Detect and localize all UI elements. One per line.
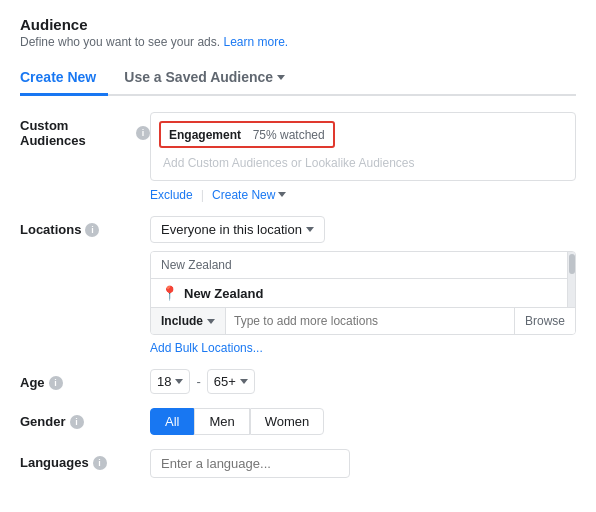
gender-row: Gender i All Men Women — [20, 408, 576, 435]
locations-content: New Zealand 📍 New Zealand — [151, 252, 567, 307]
scrollbar-track[interactable] — [567, 252, 575, 307]
language-input[interactable] — [150, 449, 350, 478]
audience-tag-subtitle: 75% watched — [245, 128, 325, 142]
gender-all-btn[interactable]: All — [150, 408, 194, 435]
tab-use-saved[interactable]: Use a Saved Audience — [124, 61, 297, 96]
languages-field — [150, 449, 576, 478]
age-dash: - — [196, 374, 200, 389]
audience-header: Audience Define who you want to see your… — [20, 16, 576, 49]
browse-btn[interactable]: Browse — [514, 308, 575, 334]
locations-row: Locations i Everyone in this location Ne… — [20, 216, 576, 355]
gender-label: Gender i — [20, 408, 150, 429]
age-min-select[interactable]: 18 — [150, 369, 190, 394]
locations-label: Locations i — [20, 216, 150, 237]
tab-create-new[interactable]: Create New — [20, 61, 108, 96]
gender-men-btn[interactable]: Men — [194, 408, 249, 435]
age-max-value: 65+ — [214, 374, 236, 389]
create-new-chevron-icon — [278, 192, 286, 197]
age-label-text: Age — [20, 375, 45, 390]
age-controls: 18 - 65+ — [150, 369, 576, 394]
location-type-input[interactable] — [226, 308, 514, 334]
include-btn[interactable]: Include — [151, 308, 226, 334]
locations-info-icon[interactable]: i — [85, 223, 99, 237]
languages-label: Languages i — [20, 449, 150, 470]
gender-info-icon[interactable]: i — [70, 415, 84, 429]
custom-audiences-label: Custom Audiences i — [20, 112, 150, 148]
audience-tag-title: Engagement — [169, 128, 241, 142]
include-chevron-icon — [207, 319, 215, 324]
locations-label-text: Locations — [20, 222, 81, 237]
custom-audiences-box[interactable]: Engagement 75% watched Add Custom Audien… — [150, 112, 576, 181]
create-new-link[interactable]: Create New — [212, 188, 286, 202]
page-wrapper: Audience Define who you want to see your… — [0, 0, 596, 508]
languages-label-text: Languages — [20, 455, 89, 470]
audience-actions: Exclude | Create New — [150, 187, 576, 202]
languages-row: Languages i — [20, 449, 576, 478]
page-title: Audience — [20, 16, 576, 33]
gender-controls: All Men Women — [150, 408, 576, 435]
learn-more-link[interactable]: Learn more. — [223, 35, 288, 49]
gender-label-text: Gender — [20, 414, 66, 429]
custom-audiences-label-text: Custom Audiences — [20, 118, 132, 148]
location-header: New Zealand — [151, 252, 567, 279]
gender-field: All Men Women — [150, 408, 576, 435]
location-pin-icon: 📍 — [161, 285, 178, 301]
add-bulk-link[interactable]: Add Bulk Locations... — [150, 341, 263, 355]
location-input-row: Include Browse — [151, 307, 575, 334]
tabs: Create New Use a Saved Audience — [20, 61, 576, 96]
languages-info-icon[interactable]: i — [93, 456, 107, 470]
age-field: 18 - 65+ — [150, 369, 576, 394]
include-label: Include — [161, 314, 203, 328]
age-max-chevron-icon — [240, 379, 248, 384]
locations-dropdown-btn[interactable]: Everyone in this location — [150, 216, 325, 243]
page-subtitle: Define who you want to see your ads. Lea… — [20, 35, 576, 49]
age-row: Age i 18 - 65+ — [20, 369, 576, 394]
location-item: 📍 New Zealand — [151, 279, 567, 307]
age-label: Age i — [20, 369, 150, 390]
exclude-link[interactable]: Exclude — [150, 188, 193, 202]
locations-dropdown-label: Everyone in this location — [161, 222, 302, 237]
create-new-link-label: Create New — [212, 188, 275, 202]
custom-audiences-row: Custom Audiences i Engagement 75% watche… — [20, 112, 576, 202]
locations-box: New Zealand 📍 New Zealand Include — [150, 251, 576, 335]
locations-content-wrapper: New Zealand 📍 New Zealand — [151, 252, 575, 307]
age-info-icon[interactable]: i — [49, 376, 63, 390]
location-name: New Zealand — [184, 286, 263, 301]
tab-use-saved-chevron-icon — [277, 75, 285, 80]
audience-tag: Engagement 75% watched — [159, 121, 335, 148]
age-min-value: 18 — [157, 374, 171, 389]
custom-audiences-placeholder[interactable]: Add Custom Audiences or Lookalike Audien… — [159, 154, 567, 172]
locations-field: Everyone in this location New Zealand 📍 … — [150, 216, 576, 355]
gender-women-btn[interactable]: Women — [250, 408, 325, 435]
custom-audiences-field: Engagement 75% watched Add Custom Audien… — [150, 112, 576, 202]
custom-audiences-info-icon[interactable]: i — [136, 126, 150, 140]
scrollbar-thumb — [569, 254, 575, 274]
tab-use-saved-label: Use a Saved Audience — [124, 69, 273, 85]
action-separator: | — [201, 187, 204, 202]
age-max-select[interactable]: 65+ — [207, 369, 255, 394]
age-min-chevron-icon — [175, 379, 183, 384]
subtitle-text: Define who you want to see your ads. — [20, 35, 220, 49]
locations-dropdown-chevron-icon — [306, 227, 314, 232]
